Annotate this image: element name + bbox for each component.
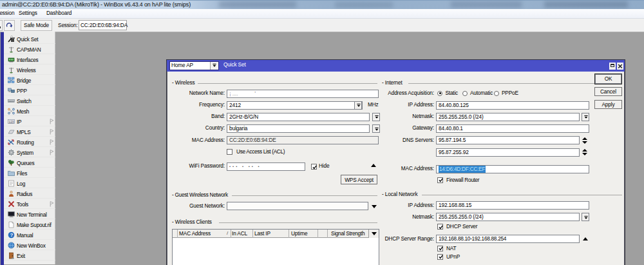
svg-text:123: 123 [9,119,14,123]
svg-text:?: ? [10,232,13,238]
